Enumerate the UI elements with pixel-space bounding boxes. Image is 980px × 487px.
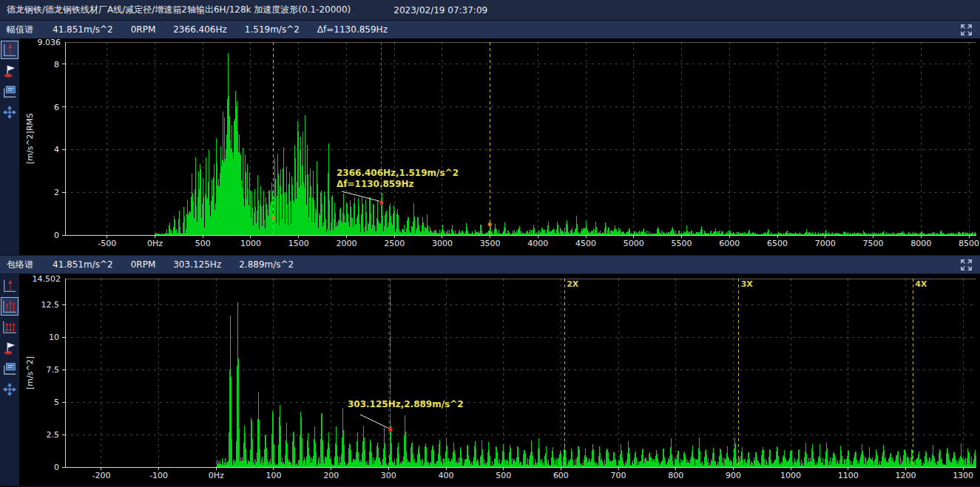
x-tick-label: 7000 (815, 239, 836, 248)
x-tick-label: 4500 (575, 239, 596, 248)
x-tick-label: 300 (381, 471, 396, 480)
flag-icon[interactable] (1, 338, 18, 357)
cursor-amplitude: 1.519m/s^2 (245, 24, 300, 35)
panel-title: 幅值谱 (7, 24, 33, 36)
cursor-frequency: 2366.406Hz (173, 24, 227, 35)
chart1-toolbar (0, 38, 19, 255)
x-tick-label: 1500 (288, 239, 309, 248)
sideband-marker (271, 216, 275, 219)
cursor-frequency: 303.125Hz (173, 259, 221, 270)
y-tick-label: 12.5 (41, 300, 60, 310)
amplitude-spectrum-panel: -5000Hz500100015002000250030003500400045… (0, 38, 980, 255)
x-tick-label: -200 (92, 471, 110, 480)
envelope-spectrum-chart[interactable]: -200-1000Hz10020030040050060070080090010… (0, 274, 980, 486)
y-axis-title: [m/s^2]RMS (25, 113, 35, 164)
x-tick-label: 1200 (895, 471, 916, 480)
harmonic-label-4x: 4X (915, 279, 927, 289)
x-tick-label: -500 (98, 239, 116, 248)
y-tick-label: 0 (54, 231, 59, 240)
move-icon[interactable] (1, 380, 18, 398)
x-tick-label: 4000 (527, 239, 548, 248)
cursor-annotation: 2366.406Hz,1.519m/s^2 (337, 168, 459, 178)
y-tick-label: 10 (49, 333, 59, 342)
x-tick-label: 0Hz (147, 239, 163, 248)
x-tick-label: -100 (149, 471, 168, 480)
overall-value: 41.851m/s^2 (53, 24, 113, 35)
x-tick-label: 3000 (432, 239, 453, 248)
x-tick-label: 1100 (838, 471, 859, 480)
flag-icon[interactable] (1, 61, 18, 80)
x-tick-label: 2500 (384, 239, 405, 248)
report-icon[interactable] (1, 359, 18, 378)
x-tick-label: 2000 (336, 239, 356, 248)
x-tick-label: 8500 (959, 239, 979, 248)
y-axis-title: [m/s^2] (25, 356, 35, 389)
y-tick-label: 8 (54, 60, 59, 69)
expand-icon[interactable] (960, 24, 973, 36)
vibration-analyzer-window: 德龙钢铁/德龙钢铁线材厂A线/减定径/增速箱2轴输出6H/128k 加速度波形(… (0, 0, 980, 487)
harmonic-label-2x: 2X (567, 279, 579, 289)
y-max-label: 9.036 (38, 38, 61, 47)
y-tick-label: 2.5 (47, 430, 60, 440)
x-tick-label: 3500 (480, 239, 501, 248)
x-tick-label: 1000 (240, 239, 261, 248)
envelope-spectrum-header: 包络谱 41.851m/s^2 0RPM 303.125Hz 2.889m/s^… (0, 255, 980, 273)
y-tick-label: 7.5 (47, 365, 60, 375)
x-tick-label: 900 (726, 471, 741, 480)
harmonic-label-3x: 3X (741, 279, 754, 289)
rpm-value: 0RPM (131, 259, 156, 270)
amplitude-spectrum-header: 幅值谱 41.851m/s^2 0RPM 2366.406Hz 1.519m/s… (0, 20, 980, 38)
delta-frequency: Δf=1130.859Hz (317, 24, 388, 35)
x-tick-label: 1000 (780, 471, 801, 480)
envelope-spectrum-panel: -200-1000Hz10020030040050060070080090010… (0, 273, 980, 486)
cursor-annotation-delta: Δf=1130.859Hz (337, 179, 414, 189)
y-tick-label: 2 (54, 188, 59, 197)
x-tick-label: 1300 (953, 471, 973, 480)
x-tick-label: 400 (439, 471, 454, 480)
cursor-annotation: 303.125Hz,2.889m/s^2 (348, 399, 464, 409)
amplitude-spectrum-chart[interactable]: -5000Hz500100015002000250030003500400045… (0, 38, 980, 255)
report-icon[interactable] (1, 82, 18, 101)
x-tick-label: 500 (496, 471, 511, 480)
chart2-toolbar (0, 274, 19, 486)
x-tick-label: 5500 (672, 239, 692, 248)
cursor-marker (379, 201, 383, 205)
x-tick-label: 6500 (767, 239, 788, 248)
panel-title: 包络谱 (7, 259, 33, 271)
measurement-path-title: 德龙钢铁/德龙钢铁线材厂A线/减定径/增速箱2轴输出6H/128k 加速度波形(… (7, 4, 351, 16)
x-tick-label: 800 (668, 471, 683, 480)
y-tick-label: 6 (54, 103, 59, 112)
rpm-value: 0RPM (131, 24, 156, 35)
x-tick-label: 100 (266, 471, 281, 480)
x-tick-label: 700 (611, 471, 626, 480)
title-bar: 德龙钢铁/德龙钢铁线材厂A线/减定径/增速箱2轴输出6H/128k 加速度波形(… (0, 0, 980, 20)
plot-area[interactable] (65, 279, 976, 467)
expand-icon[interactable] (960, 259, 973, 271)
x-tick-label: 8000 (910, 239, 931, 248)
overall-value: 41.851m/s^2 (53, 259, 113, 270)
cursor-single-icon[interactable] (1, 41, 18, 59)
cursor-single-icon[interactable] (1, 276, 18, 295)
y-tick-label: 0 (54, 463, 59, 472)
y-tick-label: 4 (54, 145, 59, 154)
sideband-marker (488, 222, 492, 226)
x-tick-label: 6000 (719, 239, 740, 248)
x-tick-label: 5000 (624, 239, 644, 248)
x-tick-label: 600 (553, 471, 569, 480)
x-tick-label: 7500 (863, 239, 884, 248)
cursor-harmonic-icon[interactable] (1, 297, 18, 316)
x-tick-label: 200 (323, 471, 339, 480)
move-icon[interactable] (1, 103, 18, 121)
cursor-marker (388, 428, 392, 432)
y-max-label: 14.502 (33, 274, 61, 284)
y-tick-label: 5 (54, 398, 59, 407)
cursor-sideband-icon[interactable] (1, 318, 18, 336)
x-tick-label: 500 (195, 239, 211, 248)
timestamp: 2023/02/19 07:37:09 (393, 5, 487, 16)
x-tick-label: 0Hz (209, 471, 224, 480)
cursor-amplitude: 2.889m/s^2 (239, 259, 294, 270)
